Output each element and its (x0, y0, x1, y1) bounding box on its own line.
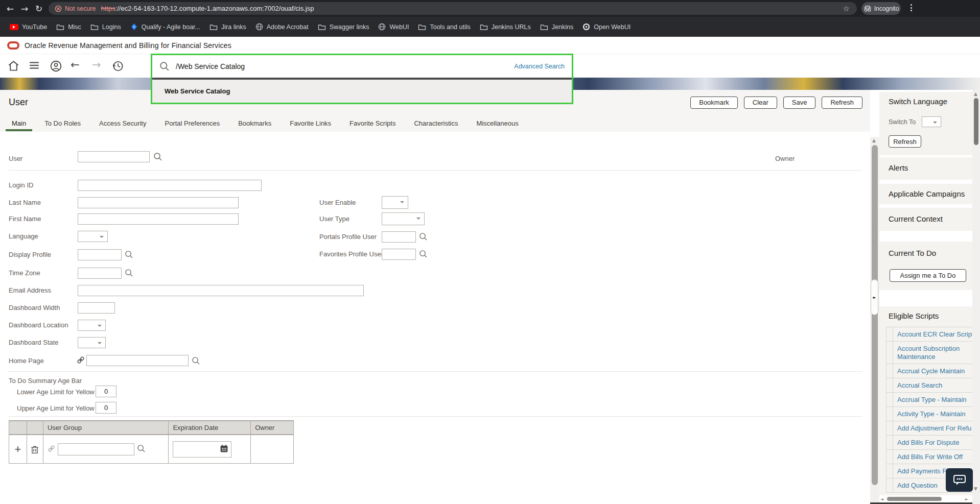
add-row-button[interactable]: + (9, 435, 27, 463)
bookmark-swagger-links[interactable]: Swagger links (313, 21, 374, 33)
home-icon[interactable] (8, 60, 20, 73)
bookmark-jira-links[interactable]: Jira links (205, 21, 251, 33)
script-link[interactable]: Accrual Search (893, 378, 972, 392)
bookmark-youtube[interactable]: YouTube (5, 21, 52, 33)
main-scrollbar-thumb[interactable] (872, 145, 878, 485)
user-menu-icon[interactable] (50, 60, 62, 73)
switch-to-dropdown[interactable] (922, 116, 941, 127)
browser-reload-icon[interactable]: ↻ (32, 4, 46, 14)
user-group-input[interactable] (58, 443, 134, 455)
display-profile-search-icon[interactable] (125, 250, 134, 259)
upper-age-input[interactable]: 0 (96, 402, 116, 414)
language-dropdown[interactable] (78, 231, 108, 242)
lower-age-input[interactable]: 0 (96, 386, 116, 397)
search-suggestion-item[interactable]: Web Service Catalog (152, 80, 572, 103)
nav-back-icon[interactable]: ← (71, 59, 83, 71)
advanced-search-link[interactable]: Advanced Search (514, 63, 565, 70)
script-link[interactable]: Add Bills For Write Off (893, 450, 972, 464)
clear-button[interactable]: Clear (744, 97, 777, 109)
delete-row-icon[interactable] (27, 435, 43, 463)
script-link[interactable]: Add Adjustment For Refu (893, 421, 972, 435)
script-link[interactable]: Account ECR Clear Script (893, 327, 972, 341)
tab-portal-preferences[interactable]: Portal Preferences (158, 115, 226, 132)
script-row: Account ECR Clear Script (886, 327, 972, 342)
bookmark-tools-and-utils[interactable]: Tools and utils (413, 21, 475, 33)
dashboard-location-dropdown[interactable] (78, 320, 106, 331)
display-profile-input[interactable] (78, 249, 122, 260)
script-link[interactable]: Account Subscription Maintenance (893, 342, 972, 364)
nav-forward-icon[interactable]: → (92, 59, 104, 71)
user-enable-dropdown[interactable] (382, 196, 408, 209)
hscroll-right-icon[interactable]: ► (965, 497, 968, 501)
favorites-profile-input[interactable] (382, 249, 416, 260)
dashboard-width-input[interactable] (78, 302, 115, 314)
home-page-search-icon[interactable] (192, 356, 201, 366)
global-search-input[interactable]: /Web Service Catalog Advanced Search (152, 55, 572, 78)
chat-widget-button[interactable] (946, 468, 973, 492)
dashboard-state-dropdown[interactable] (78, 337, 106, 348)
calendar-icon[interactable] (220, 444, 228, 454)
tab-bookmarks[interactable]: Bookmarks (232, 115, 277, 132)
sidebar-scrollbar-down-icon[interactable]: ▼ (974, 486, 977, 491)
bookmark-qualify[interactable]: Qualify - Agile boar... (126, 21, 205, 33)
tab-favorite-scripts[interactable]: Favorite Scripts (343, 115, 402, 132)
tab-favorite-links[interactable]: Favorite Links (284, 115, 337, 132)
address-bar[interactable]: Not secure https://ec2-54-163-170-12.com… (49, 2, 857, 15)
email-input[interactable] (78, 285, 364, 296)
bookmark-webui[interactable]: WebUI (374, 21, 413, 33)
tab-to-do-roles[interactable]: To Do Roles (38, 115, 87, 132)
favorites-profile-search-icon[interactable] (419, 250, 428, 259)
portals-profile-input[interactable] (382, 231, 416, 243)
sidebar-scrollbar-up-icon[interactable]: ▲ (974, 91, 977, 97)
script-link[interactable]: Accrual Cycle Maintain (893, 364, 972, 378)
time-zone-search-icon[interactable] (125, 269, 134, 278)
bookmark-open-webui[interactable]: Open WebUI (578, 21, 635, 33)
sidebar-horizontal-scrollbar[interactable]: ◄ ► (879, 496, 972, 502)
user-type-dropdown[interactable] (382, 212, 425, 225)
grid-owner-cell (251, 435, 293, 463)
tab-main[interactable]: Main (6, 115, 32, 132)
menu-hamburger-icon[interactable] (29, 60, 41, 73)
tab-access-security[interactable]: Access Security (93, 115, 152, 132)
home-page-input[interactable] (86, 355, 189, 366)
script-link[interactable]: Activity Type - Maintain (893, 407, 972, 421)
sidebar-collapse-handle[interactable]: ► (871, 279, 878, 315)
user-search-icon[interactable] (153, 152, 162, 161)
bookmark-button[interactable]: Bookmark (690, 97, 738, 109)
assign-me-a-to-do-button[interactable]: Assign me a To Do (890, 269, 966, 282)
folder-icon (90, 23, 99, 31)
sidebar-refresh-button[interactable]: Refresh (889, 135, 921, 148)
script-link[interactable]: Add Bills For Dispute (893, 436, 972, 449)
sidebar-scrollbar[interactable] (972, 90, 980, 504)
main-scrollbar-up-icon[interactable]: ▲ (872, 138, 876, 143)
browser-back-icon[interactable]: ← (3, 4, 17, 14)
tab-miscellaneous[interactable]: Miscellaneous (470, 115, 524, 132)
history-icon[interactable] (112, 60, 124, 73)
tab-characteristics[interactable]: Characteristics (408, 115, 464, 132)
portals-profile-search-icon[interactable] (419, 232, 428, 242)
browser-forward-icon[interactable]: → (17, 4, 32, 14)
first-name-input[interactable] (78, 213, 239, 225)
sidebar-scrollbar-thumb[interactable] (974, 98, 978, 145)
bookmark-jenkins-urls[interactable]: Jenkins URLs (475, 21, 535, 33)
user-group-link-icon[interactable] (48, 445, 55, 454)
browser-menu-icon[interactable] (911, 4, 912, 11)
time-zone-input[interactable] (78, 268, 122, 279)
bookmark-adobe-acrobat[interactable]: Adobe Acrobat (251, 21, 313, 33)
user-group-search-icon[interactable] (137, 444, 146, 454)
hscroll-thumb[interactable] (887, 497, 942, 501)
bookmark-jenkins[interactable]: Jenkins (535, 21, 578, 33)
refresh-button[interactable]: Refresh (822, 97, 862, 109)
bookmark-logins[interactable]: Logins (86, 21, 126, 33)
home-page-link-icon[interactable] (77, 356, 86, 365)
last-name-input[interactable] (78, 197, 239, 208)
user-input[interactable] (78, 151, 150, 162)
script-link[interactable]: Accrual Type - Maintain (893, 393, 972, 406)
login-id-input[interactable] (78, 180, 262, 191)
save-button[interactable]: Save (783, 97, 816, 109)
bookmark-misc[interactable]: Misc (52, 21, 86, 33)
hscroll-left-icon[interactable]: ◄ (880, 497, 883, 501)
expiration-date-input[interactable] (173, 441, 231, 458)
login-id-label: Login ID (9, 181, 33, 189)
bookmark-star-icon[interactable]: ☆ (843, 4, 850, 13)
